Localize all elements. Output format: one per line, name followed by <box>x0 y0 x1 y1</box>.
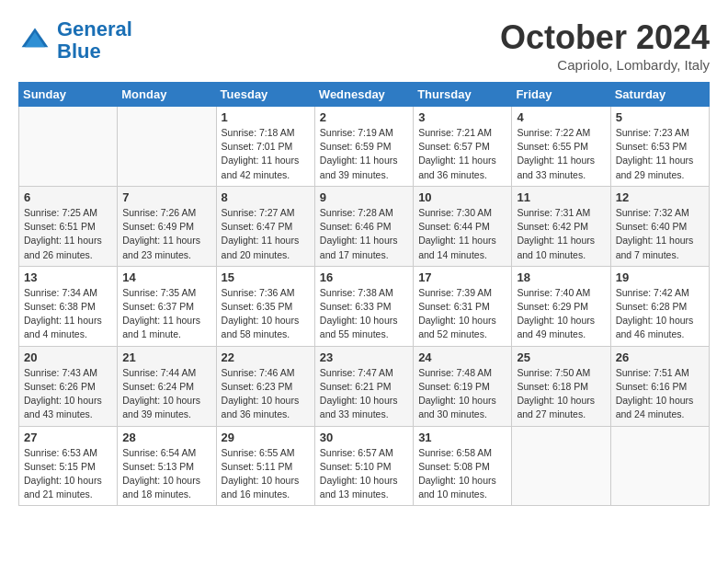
calendar-cell <box>19 107 118 187</box>
day-number: 28 <box>122 431 210 444</box>
day-info: Sunrise: 7:32 AM Sunset: 6:40 PM Dayligh… <box>616 206 704 262</box>
day-info: Sunrise: 7:43 AM Sunset: 6:26 PM Dayligh… <box>24 366 112 422</box>
calendar-table: SundayMondayTuesdayWednesdayThursdayFrid… <box>18 82 710 506</box>
day-info: Sunrise: 6:55 AM Sunset: 5:11 PM Dayligh… <box>222 446 310 502</box>
day-number: 27 <box>24 431 112 444</box>
calendar-cell: 17Sunrise: 7:39 AM Sunset: 6:31 PM Dayli… <box>414 266 512 346</box>
calendar-cell: 15Sunrise: 7:36 AM Sunset: 6:35 PM Dayli… <box>216 266 314 346</box>
header-monday: Monday <box>118 83 216 107</box>
day-info: Sunrise: 7:51 AM Sunset: 6:16 PM Dayligh… <box>616 366 704 422</box>
day-number: 5 <box>616 110 704 124</box>
calendar-subtitle: Capriolo, Lombardy, Italy <box>500 57 710 73</box>
logo-line1: General <box>57 17 132 40</box>
week-row-3: 13Sunrise: 7:34 AM Sunset: 6:38 PM Dayli… <box>19 266 710 346</box>
day-info: Sunrise: 7:48 AM Sunset: 6:19 PM Dayligh… <box>418 366 506 422</box>
header-wednesday: Wednesday <box>314 83 413 107</box>
day-number: 18 <box>517 270 605 284</box>
calendar-cell: 26Sunrise: 7:51 AM Sunset: 6:16 PM Dayli… <box>610 346 709 426</box>
logo-line2: Blue <box>57 40 101 63</box>
calendar-cell: 28Sunrise: 6:54 AM Sunset: 5:13 PM Dayli… <box>118 426 216 506</box>
day-number: 21 <box>122 350 210 364</box>
calendar-header-row: SundayMondayTuesdayWednesdayThursdayFrid… <box>19 83 710 107</box>
day-info: Sunrise: 7:30 AM Sunset: 6:44 PM Dayligh… <box>418 206 506 262</box>
day-number: 10 <box>418 190 506 204</box>
day-info: Sunrise: 7:18 AM Sunset: 7:01 PM Dayligh… <box>222 126 310 182</box>
calendar-cell: 21Sunrise: 7:44 AM Sunset: 6:24 PM Dayli… <box>118 346 216 426</box>
week-row-5: 27Sunrise: 6:53 AM Sunset: 5:15 PM Dayli… <box>19 426 710 506</box>
calendar-cell <box>118 107 216 187</box>
day-info: Sunrise: 7:36 AM Sunset: 6:35 PM Dayligh… <box>222 286 310 342</box>
day-number: 26 <box>616 350 704 364</box>
day-info: Sunrise: 7:42 AM Sunset: 6:28 PM Dayligh… <box>616 286 704 342</box>
logo-text: General Blue <box>57 18 132 63</box>
calendar-cell: 3Sunrise: 7:21 AM Sunset: 6:57 PM Daylig… <box>414 107 512 187</box>
week-row-1: 1Sunrise: 7:18 AM Sunset: 7:01 PM Daylig… <box>19 107 710 187</box>
calendar-cell: 9Sunrise: 7:28 AM Sunset: 6:46 PM Daylig… <box>314 186 413 266</box>
day-number: 3 <box>418 110 506 124</box>
day-number: 24 <box>418 350 506 364</box>
calendar-cell: 10Sunrise: 7:30 AM Sunset: 6:44 PM Dayli… <box>414 186 512 266</box>
logo-icon <box>18 24 51 57</box>
day-number: 19 <box>616 270 704 284</box>
calendar-cell: 23Sunrise: 7:47 AM Sunset: 6:21 PM Dayli… <box>314 346 413 426</box>
day-number: 14 <box>122 270 210 284</box>
day-number: 29 <box>222 431 310 444</box>
calendar-cell: 24Sunrise: 7:48 AM Sunset: 6:19 PM Dayli… <box>414 346 512 426</box>
day-number: 20 <box>24 350 112 364</box>
day-number: 9 <box>320 190 408 204</box>
calendar-cell: 4Sunrise: 7:22 AM Sunset: 6:55 PM Daylig… <box>512 107 610 187</box>
day-info: Sunrise: 7:27 AM Sunset: 6:47 PM Dayligh… <box>222 206 310 262</box>
calendar-cell: 27Sunrise: 6:53 AM Sunset: 5:15 PM Dayli… <box>19 426 118 506</box>
day-info: Sunrise: 7:46 AM Sunset: 6:23 PM Dayligh… <box>222 366 310 422</box>
day-number: 30 <box>320 431 408 444</box>
day-number: 6 <box>24 190 112 204</box>
header-sunday: Sunday <box>19 83 118 107</box>
day-number: 23 <box>320 350 408 364</box>
day-info: Sunrise: 7:39 AM Sunset: 6:31 PM Dayligh… <box>418 286 506 342</box>
calendar-cell: 29Sunrise: 6:55 AM Sunset: 5:11 PM Dayli… <box>216 426 314 506</box>
day-number: 1 <box>222 110 310 124</box>
header-tuesday: Tuesday <box>216 83 314 107</box>
calendar-cell: 16Sunrise: 7:38 AM Sunset: 6:33 PM Dayli… <box>314 266 413 346</box>
day-info: Sunrise: 7:40 AM Sunset: 6:29 PM Dayligh… <box>517 286 605 342</box>
calendar-cell: 7Sunrise: 7:26 AM Sunset: 6:49 PM Daylig… <box>118 186 216 266</box>
day-number: 2 <box>320 110 408 124</box>
day-info: Sunrise: 6:57 AM Sunset: 5:10 PM Dayligh… <box>320 446 408 502</box>
header-friday: Friday <box>512 83 610 107</box>
logo: General Blue <box>18 18 132 63</box>
week-row-2: 6Sunrise: 7:25 AM Sunset: 6:51 PM Daylig… <box>19 186 710 266</box>
calendar-cell: 19Sunrise: 7:42 AM Sunset: 6:28 PM Dayli… <box>610 266 709 346</box>
calendar-cell: 30Sunrise: 6:57 AM Sunset: 5:10 PM Dayli… <box>314 426 413 506</box>
day-info: Sunrise: 7:22 AM Sunset: 6:55 PM Dayligh… <box>517 126 605 182</box>
day-number: 4 <box>517 110 605 124</box>
day-number: 8 <box>222 190 310 204</box>
day-number: 11 <box>517 190 605 204</box>
day-info: Sunrise: 7:50 AM Sunset: 6:18 PM Dayligh… <box>517 366 605 422</box>
calendar-cell: 6Sunrise: 7:25 AM Sunset: 6:51 PM Daylig… <box>19 186 118 266</box>
calendar-cell: 18Sunrise: 7:40 AM Sunset: 6:29 PM Dayli… <box>512 266 610 346</box>
calendar-cell: 22Sunrise: 7:46 AM Sunset: 6:23 PM Dayli… <box>216 346 314 426</box>
header-saturday: Saturday <box>610 83 709 107</box>
day-info: Sunrise: 6:53 AM Sunset: 5:15 PM Dayligh… <box>24 446 112 502</box>
day-info: Sunrise: 7:21 AM Sunset: 6:57 PM Dayligh… <box>418 126 506 182</box>
calendar-cell: 8Sunrise: 7:27 AM Sunset: 6:47 PM Daylig… <box>216 186 314 266</box>
calendar-cell: 20Sunrise: 7:43 AM Sunset: 6:26 PM Dayli… <box>19 346 118 426</box>
day-info: Sunrise: 7:26 AM Sunset: 6:49 PM Dayligh… <box>122 206 210 262</box>
calendar-cell <box>512 426 610 506</box>
day-number: 13 <box>24 270 112 284</box>
day-number: 15 <box>222 270 310 284</box>
day-info: Sunrise: 7:34 AM Sunset: 6:38 PM Dayligh… <box>24 286 112 342</box>
calendar-cell <box>610 426 709 506</box>
day-info: Sunrise: 6:54 AM Sunset: 5:13 PM Dayligh… <box>122 446 210 502</box>
day-info: Sunrise: 7:44 AM Sunset: 6:24 PM Dayligh… <box>122 366 210 422</box>
week-row-4: 20Sunrise: 7:43 AM Sunset: 6:26 PM Dayli… <box>19 346 710 426</box>
calendar-cell: 25Sunrise: 7:50 AM Sunset: 6:18 PM Dayli… <box>512 346 610 426</box>
calendar-cell: 1Sunrise: 7:18 AM Sunset: 7:01 PM Daylig… <box>216 107 314 187</box>
day-number: 16 <box>320 270 408 284</box>
day-info: Sunrise: 7:35 AM Sunset: 6:37 PM Dayligh… <box>122 286 210 342</box>
day-info: Sunrise: 7:38 AM Sunset: 6:33 PM Dayligh… <box>320 286 408 342</box>
day-number: 25 <box>517 350 605 364</box>
day-info: Sunrise: 7:47 AM Sunset: 6:21 PM Dayligh… <box>320 366 408 422</box>
calendar-cell: 14Sunrise: 7:35 AM Sunset: 6:37 PM Dayli… <box>118 266 216 346</box>
day-number: 12 <box>616 190 704 204</box>
